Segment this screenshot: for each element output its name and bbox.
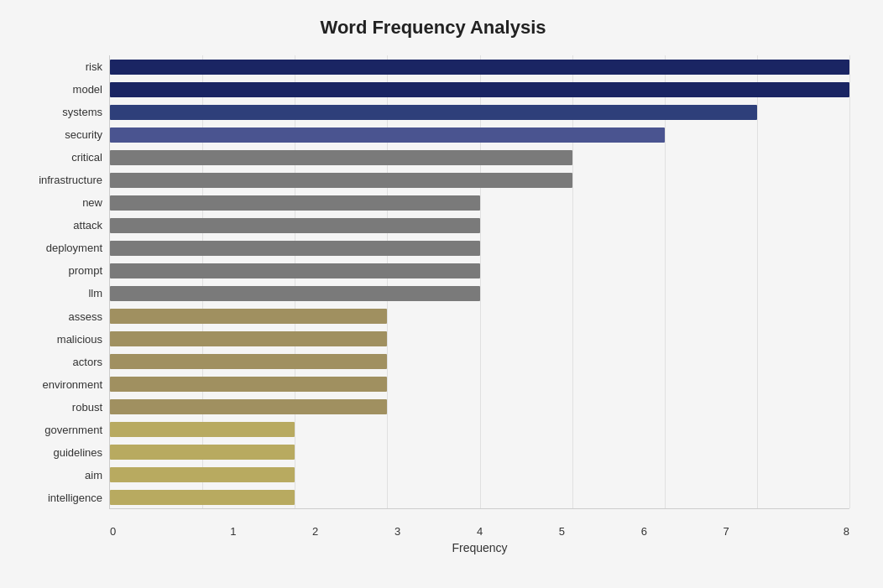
bar-security bbox=[110, 127, 665, 143]
grid-line-2 bbox=[295, 55, 295, 508]
grid-line-0 bbox=[110, 55, 111, 508]
x-tick-8: 8 bbox=[767, 525, 849, 538]
grid-line-4 bbox=[480, 55, 481, 508]
bar-intelligence bbox=[110, 490, 295, 505]
y-label-assess: assess bbox=[69, 311, 102, 322]
x-tick-7: 7 bbox=[685, 525, 767, 538]
grid-line-8 bbox=[849, 55, 850, 508]
bar-guidelines bbox=[110, 445, 295, 460]
bar-prompt bbox=[110, 263, 480, 278]
x-tick-5: 5 bbox=[520, 525, 603, 538]
bar-deployment bbox=[110, 241, 480, 256]
grid-line-3 bbox=[387, 55, 388, 508]
x-tick-2: 2 bbox=[274, 525, 357, 538]
bar-row-government bbox=[110, 420, 849, 439]
y-label-intelligence: intelligence bbox=[48, 492, 102, 503]
bar-attack bbox=[110, 218, 480, 233]
bar-row-actors bbox=[110, 352, 849, 371]
x-tick-4: 4 bbox=[439, 525, 521, 538]
y-label-aim: aim bbox=[85, 470, 102, 481]
bar-environment bbox=[110, 377, 387, 392]
bar-row-security bbox=[110, 126, 849, 144]
y-label-infrastructure: infrastructure bbox=[39, 174, 102, 185]
y-label-systems: systems bbox=[62, 107, 102, 117]
y-label-deployment: deployment bbox=[46, 242, 102, 253]
y-label-model: model bbox=[73, 84, 102, 95]
bar-row-model bbox=[110, 81, 849, 99]
y-label-prompt: prompt bbox=[69, 265, 102, 276]
y-label-critical: critical bbox=[71, 152, 102, 163]
grid-line-7 bbox=[757, 55, 758, 508]
y-labels: riskmodelsystemssecuritycriticalinfrastr… bbox=[17, 55, 109, 509]
bar-row-risk bbox=[110, 58, 849, 76]
bar-row-malicious bbox=[110, 330, 849, 348]
bar-assess bbox=[110, 309, 387, 324]
bar-row-infrastructure bbox=[110, 171, 849, 190]
bar-llm bbox=[110, 286, 480, 301]
bars-area: 012345678Frequency bbox=[109, 55, 849, 509]
bar-row-environment bbox=[110, 375, 849, 393]
chart-container: Word Frequency Analysis riskmodelsystems… bbox=[0, 0, 883, 588]
y-label-guidelines: guidelines bbox=[53, 447, 102, 458]
bar-row-attack bbox=[110, 216, 849, 235]
grid-line-6 bbox=[665, 55, 666, 508]
bar-row-deployment bbox=[110, 239, 849, 258]
bar-aim bbox=[110, 467, 295, 482]
bar-malicious bbox=[110, 331, 387, 346]
bar-critical bbox=[110, 150, 572, 165]
x-tick-0: 0 bbox=[110, 525, 192, 538]
bar-government bbox=[110, 422, 295, 437]
bar-model bbox=[110, 82, 849, 97]
bar-risk bbox=[110, 60, 849, 75]
bar-row-prompt bbox=[110, 262, 849, 280]
grid-line-5 bbox=[572, 55, 573, 508]
y-label-llm: llm bbox=[88, 288, 102, 299]
y-label-malicious: malicious bbox=[57, 334, 102, 345]
bar-infrastructure bbox=[110, 173, 572, 188]
y-label-attack: attack bbox=[73, 220, 102, 231]
y-label-new: new bbox=[82, 197, 102, 208]
x-tick-3: 3 bbox=[357, 525, 439, 538]
bar-row-assess bbox=[110, 307, 849, 325]
x-tick-6: 6 bbox=[603, 525, 685, 538]
x-axis: 012345678 bbox=[110, 525, 849, 538]
bar-row-systems bbox=[110, 103, 849, 122]
x-tick-1: 1 bbox=[192, 525, 274, 538]
bar-actors bbox=[110, 354, 387, 369]
bar-row-aim bbox=[110, 466, 849, 484]
x-axis-label: Frequency bbox=[110, 541, 849, 554]
chart-area: riskmodelsystemssecuritycriticalinfrastr… bbox=[17, 55, 849, 509]
y-label-actors: actors bbox=[73, 356, 102, 367]
bar-new bbox=[110, 195, 480, 211]
bar-row-critical bbox=[110, 148, 849, 167]
bar-systems bbox=[110, 105, 757, 120]
grid-lines bbox=[110, 55, 849, 508]
y-label-robust: robust bbox=[72, 402, 102, 413]
bar-row-intelligence bbox=[110, 488, 849, 507]
y-label-risk: risk bbox=[86, 61, 102, 72]
y-label-security: security bbox=[65, 129, 102, 140]
bar-row-robust bbox=[110, 398, 849, 416]
bar-row-guidelines bbox=[110, 443, 849, 461]
grid-line-1 bbox=[202, 55, 203, 508]
bar-robust bbox=[110, 399, 387, 414]
chart-title: Word Frequency Analysis bbox=[17, 17, 849, 39]
y-label-government: government bbox=[44, 424, 102, 435]
bar-row-new bbox=[110, 194, 849, 212]
bar-row-llm bbox=[110, 284, 849, 303]
y-label-environment: environment bbox=[42, 379, 102, 390]
